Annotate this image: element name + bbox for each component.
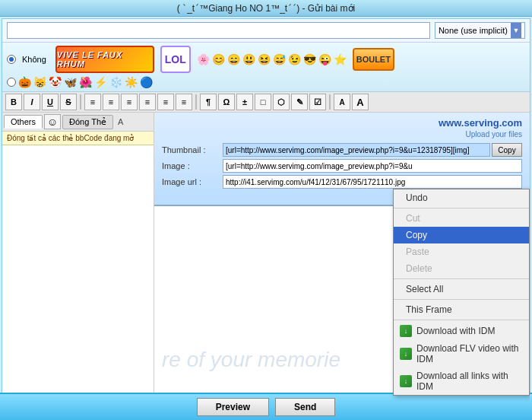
radio-2[interactable]: [7, 78, 16, 87]
ctx-delete: Delete: [394, 260, 529, 277]
emoji-r2-6[interactable]: ⚡: [94, 76, 107, 88]
edit-button[interactable]: ✎: [291, 94, 308, 110]
imageurl-label: Image url :: [162, 177, 223, 186]
image-label: Image :: [162, 161, 223, 170]
upload-tagline: Upload your files: [162, 130, 522, 138]
dropdown-arrow-icon[interactable]: ▼: [511, 23, 521, 38]
ctx-undo[interactable]: Undo: [394, 189, 529, 206]
sidebar-tabs: Others ☺ Đóng Thẻ A: [2, 113, 154, 132]
emoji-r2-7[interactable]: ❄️: [109, 76, 122, 88]
content-area: Others ☺ Đóng Thẻ A Đóng tất cả các thẻ …: [2, 113, 530, 418]
ctx-paste: Paste: [394, 243, 529, 260]
title-input[interactable]: [7, 22, 430, 39]
emoji-smiley8[interactable]: 😜: [318, 53, 331, 65]
preview-button[interactable]: Preview: [197, 398, 269, 416]
radio-khong[interactable]: [7, 55, 16, 64]
ctx-this-frame[interactable]: This Frame: [394, 301, 529, 318]
title-text: ( ˋ_tˊ™Giang Ho NO 1™_tˊˊ) - Gửi bài mới: [177, 3, 355, 14]
ctx-copy[interactable]: Copy: [394, 227, 529, 243]
emoji-r2-4[interactable]: 🦋: [64, 76, 77, 88]
underline-button[interactable]: U: [42, 94, 59, 110]
list2-button[interactable]: ±: [236, 94, 253, 110]
thumbnail-row: Thumbnail : Copy: [162, 143, 522, 157]
title-bar: ( ˋ_tˊ™Giang Ho NO 1™_tˊˊ) - Gửi bài mới: [0, 0, 532, 17]
ctx-select-all[interactable]: Select All: [394, 281, 529, 298]
sidebar-notice: Đóng tất cả các thẻ bbCode đang mở: [2, 132, 154, 145]
image-row: Image :: [162, 159, 522, 173]
toolbar: B I U S ≡ ≡ ≡ ≡ ≡ ≡ ¶ Ω ± □ ⬡ ✎ ☑ A A: [2, 92, 530, 113]
right-content: www.serving.com Upload your files Thumbn…: [154, 113, 530, 418]
hex-button[interactable]: ⬡: [273, 94, 290, 110]
main-container: None (use implicit) ▼ Không VIVE LE FAUX…: [2, 18, 530, 418]
ctx-download-flv[interactable]: ↓ Download FLV video with IDM: [394, 340, 529, 368]
indent-button[interactable]: ≡: [157, 94, 174, 110]
dropdown-label: None (use implicit): [439, 26, 508, 35]
banner-row: Không VIVE LE FAUX RHUM LOL 🌸 😊 😄 😃 😆 😅 …: [7, 46, 525, 73]
boulet-badge: BOULET: [353, 48, 394, 71]
toolbar-separator-3: [329, 94, 331, 110]
check-button[interactable]: ☑: [309, 94, 326, 110]
sidebar-editor[interactable]: [2, 145, 154, 418]
toolbar-separator-2: [195, 94, 197, 110]
emoji-row-2: 🎃 😸 🤡 🦋 🌺 ⚡ ❄️ ☀️ 🔵: [7, 76, 525, 88]
lol-badge: LOL: [160, 46, 191, 73]
emoji-smiley3[interactable]: 😃: [242, 53, 255, 65]
emoji-star[interactable]: ⭐: [334, 53, 347, 65]
banner-image: VIVE LE FAUX RHUM: [55, 46, 154, 73]
ctx-download-idm[interactable]: ↓ Download with IDM: [394, 322, 529, 340]
bottom-bar: Preview Send: [0, 393, 532, 420]
format-dropdown[interactable]: None (use implicit) ▼: [435, 22, 525, 39]
align-justify-button[interactable]: ≡: [139, 94, 156, 110]
emoji-smiley6[interactable]: 😉: [288, 53, 301, 65]
emoji-row-1: 🌸 😊 😄 😃 😆 😅 😉 😎 😜 ⭐: [197, 53, 347, 65]
emoji-r2-2[interactable]: 😸: [33, 76, 46, 88]
khong-label: Không: [22, 55, 46, 64]
ctx-sep-1: [394, 208, 529, 208]
list-button[interactable]: Ω: [218, 94, 235, 110]
sidebar-close-icon[interactable]: A: [118, 117, 123, 126]
copy-button[interactable]: Copy: [492, 143, 522, 157]
upload-site-name: www.serving.com: [162, 117, 522, 129]
emoji-smiley4[interactable]: 😆: [258, 53, 271, 65]
emoji-smiley7[interactable]: 😎: [303, 53, 316, 65]
emoji-r2-8[interactable]: ☀️: [125, 76, 138, 88]
table-button[interactable]: □: [255, 94, 271, 110]
ctx-cut: Cut: [394, 210, 529, 227]
italic-button[interactable]: I: [24, 94, 40, 110]
font-a2-button[interactable]: A: [352, 94, 369, 110]
smile-button[interactable]: ☺: [44, 114, 61, 129]
strikethrough-button[interactable]: S: [60, 94, 77, 110]
tab-dong-the[interactable]: Đóng Thẻ: [62, 115, 113, 129]
outdent-button[interactable]: ≡: [176, 94, 192, 110]
ctx-sep-3: [394, 299, 529, 300]
thumbnail-label: Thumbnail :: [162, 145, 223, 154]
tab-others[interactable]: Others: [4, 115, 43, 129]
send-button[interactable]: Send: [275, 398, 335, 416]
emoji-r2-9[interactable]: 🔵: [140, 76, 153, 88]
align-left-button[interactable]: ≡: [84, 94, 101, 110]
align-center-button[interactable]: ≡: [103, 94, 119, 110]
emoji-r2-1[interactable]: 🎃: [18, 76, 31, 88]
watermark-text: re of your memorie: [162, 348, 340, 372]
idm-icon-1: ↓: [400, 325, 412, 337]
emoji-r2-5[interactable]: 🌺: [79, 76, 92, 88]
context-menu: Undo Cut Copy Paste Delete Select All Th…: [393, 189, 530, 396]
emoji-r2-3[interactable]: 🤡: [49, 76, 62, 88]
font-a1-button[interactable]: A: [334, 94, 350, 110]
idm-icon-2: ↓: [400, 348, 412, 360]
thumbnail-input[interactable]: [223, 143, 490, 157]
emoji-flower[interactable]: 🌸: [197, 53, 210, 65]
emoji-smiley2[interactable]: 😄: [227, 53, 240, 65]
ctx-sep-2: [394, 278, 529, 279]
imageurl-input[interactable]: [223, 175, 522, 189]
paragraph-button[interactable]: ¶: [200, 94, 217, 110]
emoji-smiley1[interactable]: 😊: [212, 53, 225, 65]
align-right-button[interactable]: ≡: [121, 94, 138, 110]
ctx-sep-4: [394, 320, 529, 320]
toolbar-separator-1: [80, 94, 81, 110]
emoji-section: Không VIVE LE FAUX RHUM LOL 🌸 😊 😄 😃 😆 😅 …: [2, 43, 530, 92]
emoji-smiley5[interactable]: 😅: [273, 53, 286, 65]
image-input[interactable]: [223, 159, 522, 173]
bold-button[interactable]: B: [5, 94, 22, 110]
ctx-download-all[interactable]: ↓ Download all links with IDM: [394, 368, 529, 395]
